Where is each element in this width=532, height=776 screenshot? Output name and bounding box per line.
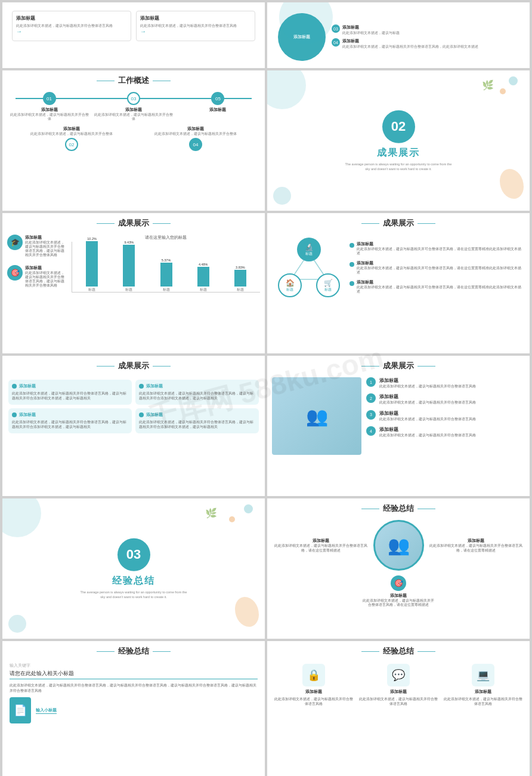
slide-four-cards: 成果展示 添加标题 此处添加详细文本描述，建议与标题相关并符合整体语言风格，建议… xyxy=(2,356,265,496)
bar4-rect xyxy=(197,267,209,287)
section-title-r6l: 经验总结 xyxy=(2,646,265,657)
keyword-desc: 此处添加详细文本描述，建议与标题相关并符合整体语言风格，建议与标题相关并符合整体… xyxy=(10,683,258,694)
icon-card2-text: 此处添加详细文本描述，建议与标题相关并符合整体语言风格 xyxy=(358,697,439,706)
badge-04: 04 xyxy=(332,38,340,47)
num-text-2: 此处添加详细文本描述，建议与标题相关并符合整体语言风格 xyxy=(379,400,476,405)
feat-card1-title: 添加标题 xyxy=(12,383,128,389)
feat-card3-text: 此处添加详细文本描述，建议与标题相关并符合整体语言风格，建议与标题相关并符合添加… xyxy=(12,420,128,430)
r1-card1-text: 此处添加详细文本描述，建议与标题相关并符合整体语言风格 xyxy=(16,23,127,28)
icon-card1-text: 此处添加详细文本描述，建议与标题相关并符合整体语言风格 xyxy=(273,697,354,706)
exp-top-row: 添加标题 此处添加详细文本描述，建议与标题相关并开合整体语言风格，请在这位置尊精… xyxy=(273,520,524,571)
section-title-r5r: 经验总结 xyxy=(267,503,530,514)
section-title-r6r: 经验总结 xyxy=(267,646,530,657)
left-item1-text: 添加标题 此处添加详细文本描述，建议与标题相关并开合整体语言风格，建议与标题相关… xyxy=(25,235,67,258)
num-title-1: 添加标题 xyxy=(379,377,476,384)
bar2-label: 9.43% xyxy=(125,241,134,244)
icon1: 🔒 xyxy=(302,664,325,686)
num-item-4: 4 添加标题 此处添加详细文本描述，建议与标题相关并符合整体语言风格 xyxy=(366,426,525,438)
four-cards-grid: 添加标题 此处添加详细文本描述，建议与标题相关并符合整体语言风格，建议与标题相关… xyxy=(2,375,265,438)
bar5-label: 3.83% xyxy=(236,266,245,269)
bar-chart-bars: 10.2% 标题 9.43% 标题 5.37% 标题 xyxy=(72,242,260,292)
dot-2 xyxy=(349,262,354,267)
photo-placeholder: 👥 xyxy=(272,377,361,455)
r1-arrow2: → xyxy=(140,28,251,35)
deco3 xyxy=(500,88,506,94)
dot-3 xyxy=(349,281,354,286)
feat-dot-4 xyxy=(139,412,144,417)
exp-deco5 xyxy=(8,615,26,633)
deco5 xyxy=(273,187,291,205)
feat-card-2: 添加标题 此处添加详细文本描述，建议与标题相关并符合整体语言风格，建议与标题相关… xyxy=(135,380,259,405)
exp-title-en: The average person is always waiting for… xyxy=(80,589,187,599)
num-item-3: 3 添加标题 此处添加详细文本描述，建议与标题相关并符合整体语言风格 xyxy=(366,410,525,421)
feat-card2-title: 添加标题 xyxy=(139,383,255,389)
keyword-cta-area: 📄 输入小标题 xyxy=(10,697,258,723)
feat-card1-text: 此处添加详细文本描述，建议与标题相关并符合整体语言风格，建议与标题相关并符合添加… xyxy=(12,391,128,401)
node-br-icon: 🛒 xyxy=(324,279,333,287)
num-text-1: 此处添加详细文本描述，建议与标题相关并符合整体语言风格 xyxy=(379,384,476,389)
leaf-icon: 🌿 xyxy=(482,79,494,91)
node-05: 05 添加标题 xyxy=(178,92,258,113)
circle-01: 01 xyxy=(43,92,56,105)
node02-text: 此处添加详细文本描述，建议与标题相关并开合整体 xyxy=(30,132,113,136)
circle-02: 02 xyxy=(65,138,78,151)
icon2: 💬 xyxy=(387,664,410,686)
icon-card-2: 💬 添加标题 此处添加详细文本描述，建议与标题相关并符合整体语言风格 xyxy=(358,664,439,706)
node05-title: 添加标题 xyxy=(209,107,226,113)
node-03: 03 添加标题 此处添加详细文本描述，建议与标题相关并开合整体 xyxy=(94,92,173,121)
node-bl-icon: 🏠 xyxy=(286,279,295,287)
bar-2: 9.43% 标题 xyxy=(112,241,146,292)
slide-exp-circle: 经验总结 添加标题 此处添加详细文本描述，建议与标题相关并开合整体语言风格，请在… xyxy=(267,498,530,639)
diagram-node-bl: 🏠 标题 xyxy=(278,273,302,297)
exp-bottom-item: 🎯 添加标题 此处添加详细文本描述，建议与标题相关并开合整体语言风格，请在这位置… xyxy=(363,575,434,607)
num-item-04: 04 添加标题 此处添加详细文本描述，建议与标题相关并符合整体语言风格，此处添加… xyxy=(332,38,478,50)
num-title-3: 添加标题 xyxy=(379,410,476,417)
achievement-title-cn: 成果展示 xyxy=(345,146,452,159)
right-item-2: 添加标题 此处添加详细文本描述，建议与标题相关并可合整体语言风格，请在这位置置尊… xyxy=(349,260,524,275)
item03-text: 此处添加详细文本描述，建议与标题 xyxy=(342,30,400,36)
node03-title: 添加标题 xyxy=(125,107,142,113)
three-icon-cards: 🔒 添加标题 此处添加详细文本描述，建议与标题相关并符合整体语言风格 💬 添加标… xyxy=(267,660,530,710)
achievement-center: 02 成果展示 The average person is always wai… xyxy=(345,110,452,171)
num-circle-4: 4 xyxy=(366,426,376,436)
icon-card1-title: 添加标题 xyxy=(305,689,322,695)
left-item-1: 🎓 添加标题 此处添加详细文本描述，建议与标题相关并开合整体语言风格，建议与标题… xyxy=(7,235,67,258)
num-circle-3: 3 xyxy=(366,410,376,420)
timeline-top: 01 添加标题 此处添加详细文本描述，建议与标题相关并开合整体 03 添加标题 … xyxy=(10,92,258,121)
info-icon-2: 🎯 xyxy=(7,265,23,281)
section-title-r4l: 成果展示 xyxy=(2,361,265,371)
item04-title: 添加标题 xyxy=(342,38,478,44)
section-title-work: 工作概述 xyxy=(2,75,265,86)
feat-card2-text: 此处添加详细文本描述，建议与标题相关并符合整体语言风格，建议与标题相关并符合添加… xyxy=(139,391,255,401)
r1-card1-title: 添加标题 xyxy=(16,15,127,21)
right-item-3: 添加标题 此处添加详细文本描述，建议与标题相关并可合整体语言风格，请在这位置置尊… xyxy=(349,279,524,294)
num-circle-2: 2 xyxy=(366,393,376,403)
r1-card2-text: 此处添加详细文本描述，建议与标题相关并符合整体语言风格 xyxy=(140,23,251,28)
slide-r1-right: 添加标题 03 添加标题 此处添加详细文本描述，建议与标题 04 添加标题 此处… xyxy=(267,2,530,68)
bar2-bottom: 标题 xyxy=(125,288,132,292)
numbered-items: 03 添加标题 此处添加详细文本描述，建议与标题 04 添加标题 此处添加详细文… xyxy=(332,24,478,50)
icon3: 💻 xyxy=(472,664,494,686)
node-02: 添加标题 此处添加详细文本描述，建议与标题相关并开合整体 02 xyxy=(24,126,119,151)
feat-card-1: 添加标题 此处添加详细文本描述，建议与标题相关并符合整体语言风格，建议与标题相关… xyxy=(8,380,132,405)
timeline-bottom: 添加标题 此处添加详细文本描述，建议与标题相关并开合整体 02 添加标题 此处添… xyxy=(10,126,258,151)
num-item-2: 2 添加标题 此处添加详细文本描述，建议与标题相关并符合整体语言风格 xyxy=(366,393,525,405)
num-text-3: 此处添加详细文本描述，建议与标题相关并符合整体语言风格 xyxy=(379,417,476,421)
bar-4: 4.48% 标题 xyxy=(186,263,221,292)
bar1-label: 10.2% xyxy=(87,237,97,241)
circular-content: 🔬 标题 🏠 标题 🛒 标题 添加标题 xyxy=(267,232,530,303)
slide-work-overview: 工作概述 01 添加标题 此处添加详细文本描述，建议与标题相关并开合整体 03 … xyxy=(2,70,265,211)
bar1-bottom: 标题 xyxy=(88,288,95,292)
exp-leaf-icon: 🌿 xyxy=(205,507,217,519)
section-title-r3l: 成果展示 xyxy=(2,218,265,229)
bar5-rect xyxy=(234,270,246,287)
keyword-content: 输入关键字 请您在此处输入相关小标题 此处添加详细文本描述，建议与标题相关并符合… xyxy=(2,660,265,726)
circular-diagram: 🔬 标题 🏠 标题 🛒 标题 xyxy=(273,235,345,300)
circle-04: 04 xyxy=(189,138,202,151)
work-overview-content: 01 添加标题 此处添加详细文本描述，建议与标题相关并开合整体 03 添加标题 … xyxy=(2,90,265,156)
node04-text: 此处添加详细文本描述，建议与标题相关并开合整体 xyxy=(154,132,237,136)
badge-03: 03 xyxy=(332,24,340,33)
num-item-03: 03 添加标题 此处添加详细文本描述，建议与标题 xyxy=(332,24,478,36)
r1-card-1: 添加标题 此处添加详细文本描述，建议与标题相关并符合整体语言风格 → xyxy=(12,11,131,41)
photo-list-content: 👥 1 添加标题 此处添加详细文本描述，建议与标题相关并符合整体语言风格 2 添… xyxy=(267,375,530,457)
